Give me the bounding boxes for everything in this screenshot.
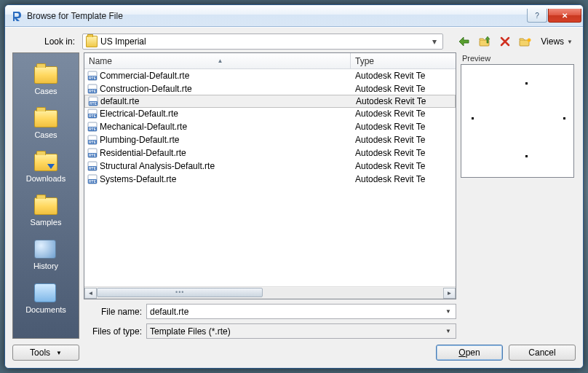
chevron-down-icon: ▼ [56, 350, 62, 356]
file-row[interactable]: RTEMechanical-Default.rteAutodesk Revit … [84, 120, 456, 133]
cancel-button[interactable]: Cancel [509, 345, 576, 361]
folder-icon [86, 36, 98, 47]
scroll-right-button[interactable]: ► [443, 288, 456, 299]
svg-text:RTE: RTE [89, 153, 97, 157]
chevron-down-icon[interactable]: ▼ [442, 305, 454, 318]
file-row[interactable]: RTECommercial-Default.rteAutodesk Revit … [84, 69, 456, 82]
sidebar-item-history[interactable]: History [13, 232, 79, 276]
tools-dropdown[interactable]: Tools ▼ [12, 345, 79, 361]
app-icon [11, 10, 23, 22]
scroll-left-button[interactable]: ◄ [84, 288, 97, 299]
new-folder-button[interactable] [517, 34, 533, 49]
svg-text:RTE: RTE [89, 140, 97, 144]
file-row[interactable]: RTEResidential-Default.rteAutodesk Revit… [84, 146, 456, 160]
back-button[interactable] [456, 34, 472, 49]
preview-pane [461, 64, 574, 178]
views-label: Views [541, 36, 564, 47]
svg-text:RTE: RTE [89, 127, 97, 131]
column-header-name[interactable]: Name [84, 53, 351, 68]
sidebar-item-cases[interactable]: Cases [13, 58, 79, 101]
look-in-dropdown[interactable]: US Imperial ▾ [82, 34, 443, 50]
scroll-thumb[interactable]: ••• [97, 288, 263, 297]
file-row[interactable]: RTEdefault.rteAutodesk Revit Te [84, 95, 456, 108]
sidebar-item-cases-2[interactable]: Cases [13, 101, 79, 145]
file-name-input[interactable]: default.rte ▼ [146, 304, 456, 319]
file-row[interactable]: RTESystems-Default.rteAutodesk Revit Te [84, 173, 456, 186]
help-button[interactable]: ? [527, 9, 547, 23]
horizontal-scrollbar[interactable]: ◄ ••• ► [84, 286, 456, 299]
dialog-window: Browse for Template File ? ✕ Look in: US… [4, 4, 584, 369]
title-bar[interactable]: Browse for Template File ? ✕ [5, 5, 583, 27]
look-in-value: US Imperial [100, 36, 429, 47]
look-in-label: Look in: [12, 36, 78, 47]
up-one-level-button[interactable] [477, 34, 493, 49]
views-dropdown[interactable]: Views ▼ [538, 34, 576, 49]
places-sidebar[interactable]: Cases Cases Downloads Samples History [12, 52, 79, 339]
file-type-dropdown[interactable]: Template Files (*.rte) ▼ [146, 323, 456, 339]
file-name-label: File name: [84, 307, 142, 317]
close-button[interactable]: ✕ [548, 9, 581, 23]
delete-button[interactable] [497, 34, 513, 49]
file-list-header[interactable]: Name Type [84, 53, 456, 69]
chevron-down-icon: ▼ [567, 39, 573, 45]
sidebar-item-samples[interactable]: Samples [13, 189, 79, 232]
sidebar-item-downloads[interactable]: Downloads [13, 145, 79, 189]
preview-label: Preview [461, 54, 576, 63]
file-type-label: Files of type: [84, 326, 142, 337]
file-list[interactable]: Name Type RTECommercial-Default.rteAutod… [84, 52, 456, 299]
svg-text:RTE: RTE [89, 89, 97, 93]
column-header-type[interactable]: Type [351, 56, 456, 66]
svg-text:RTE: RTE [89, 76, 97, 80]
svg-text:RTE: RTE [89, 114, 97, 118]
svg-text:RTE: RTE [89, 179, 97, 184]
sidebar-item-documents[interactable]: Documents [13, 276, 79, 320]
file-row[interactable]: RTEConstruction-Default.rteAutodesk Revi… [84, 82, 456, 95]
svg-text:RTE: RTE [90, 101, 98, 106]
window-title: Browse for Template File [27, 11, 527, 21]
open-button[interactable]: Open [436, 345, 503, 361]
file-row[interactable]: RTEStructural Analysis-Default.rteAutode… [84, 160, 456, 173]
chevron-down-icon[interactable]: ▼ [442, 325, 454, 337]
svg-text:RTE: RTE [89, 166, 97, 170]
svg-rect-1 [520, 40, 529, 46]
file-row[interactable]: RTEPlumbing-Default.rteAutodesk Revit Te [84, 133, 456, 146]
file-row[interactable]: RTEElectrical-Default.rteAutodesk Revit … [84, 107, 456, 120]
chevron-down-icon: ▾ [429, 36, 440, 47]
